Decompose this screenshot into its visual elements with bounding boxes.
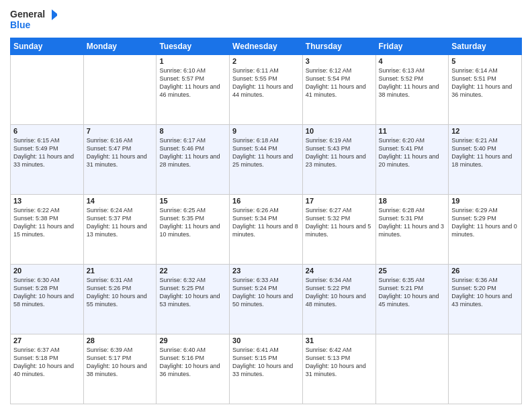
weekday-header: Tuesday — [157, 38, 230, 55]
calendar-cell: 24Sunrise: 6:34 AM Sunset: 5:22 PM Dayli… — [302, 265, 375, 334]
weekday-header: Sunday — [11, 38, 84, 55]
day-number: 15 — [159, 197, 226, 205]
cell-content: Sunrise: 6:34 AM Sunset: 5:22 PM Dayligh… — [306, 276, 373, 309]
calendar-cell: 2Sunrise: 6:11 AM Sunset: 5:55 PM Daylig… — [230, 55, 303, 125]
day-number: 30 — [232, 336, 300, 345]
calendar-cell: 20Sunrise: 6:30 AM Sunset: 5:28 PM Dayli… — [11, 265, 84, 334]
day-number: 26 — [451, 267, 519, 275]
day-number: 3 — [306, 57, 373, 65]
cell-content: Sunrise: 6:32 AM Sunset: 5:25 PM Dayligh… — [159, 276, 226, 309]
day-number: 20 — [13, 267, 81, 275]
calendar-cell: 11Sunrise: 6:20 AM Sunset: 5:41 PM Dayli… — [375, 125, 449, 195]
calendar-cell — [375, 334, 449, 404]
cell-content: Sunrise: 6:12 AM Sunset: 5:54 PM Dayligh… — [306, 66, 373, 99]
calendar-week-row: 20Sunrise: 6:30 AM Sunset: 5:28 PM Dayli… — [11, 265, 522, 334]
calendar-header-row: SundayMondayTuesdayWednesdayThursdayFrid… — [11, 38, 522, 55]
calendar-cell: 4Sunrise: 6:13 AM Sunset: 5:52 PM Daylig… — [375, 55, 449, 125]
day-number: 31 — [306, 336, 373, 345]
calendar-week-row: 1Sunrise: 6:10 AM Sunset: 5:57 PM Daylig… — [11, 55, 522, 125]
cell-content: Sunrise: 6:37 AM Sunset: 5:18 PM Dayligh… — [13, 346, 81, 379]
calendar-cell: 10Sunrise: 6:19 AM Sunset: 5:43 PM Dayli… — [302, 125, 375, 195]
calendar-cell: 13Sunrise: 6:22 AM Sunset: 5:38 PM Dayli… — [11, 195, 84, 265]
cell-content: Sunrise: 6:25 AM Sunset: 5:35 PM Dayligh… — [159, 206, 226, 239]
calendar-cell: 14Sunrise: 6:24 AM Sunset: 5:37 PM Dayli… — [83, 195, 157, 265]
day-number: 5 — [451, 57, 519, 65]
cell-content: Sunrise: 6:14 AM Sunset: 5:51 PM Dayligh… — [451, 66, 519, 99]
calendar-cell: 5Sunrise: 6:14 AM Sunset: 5:51 PM Daylig… — [449, 55, 522, 125]
cell-content: Sunrise: 6:15 AM Sunset: 5:49 PM Dayligh… — [13, 136, 81, 169]
day-number: 2 — [232, 57, 300, 65]
day-number: 7 — [87, 127, 154, 135]
header: General Blue — [10, 7, 522, 34]
cell-content: Sunrise: 6:10 AM Sunset: 5:57 PM Dayligh… — [159, 66, 226, 99]
day-number: 10 — [306, 127, 373, 135]
cell-content: Sunrise: 6:18 AM Sunset: 5:44 PM Dayligh… — [232, 136, 300, 169]
day-number: 21 — [87, 267, 154, 275]
cell-content: Sunrise: 6:28 AM Sunset: 5:31 PM Dayligh… — [379, 206, 446, 239]
day-number: 11 — [379, 127, 446, 135]
weekday-header: Thursday — [302, 38, 375, 55]
day-number: 4 — [379, 57, 446, 65]
weekday-header: Wednesday — [230, 38, 303, 55]
cell-content: Sunrise: 6:29 AM Sunset: 5:29 PM Dayligh… — [451, 206, 519, 239]
day-number: 14 — [87, 197, 154, 205]
cell-content: Sunrise: 6:33 AM Sunset: 5:24 PM Dayligh… — [232, 276, 300, 309]
day-number: 17 — [306, 197, 373, 205]
page: General Blue SundayMondayTuesdayWednesda… — [0, 0, 532, 411]
calendar-cell: 26Sunrise: 6:36 AM Sunset: 5:20 PM Dayli… — [449, 265, 522, 334]
cell-content: Sunrise: 6:21 AM Sunset: 5:40 PM Dayligh… — [451, 136, 519, 169]
cell-content: Sunrise: 6:24 AM Sunset: 5:37 PM Dayligh… — [87, 206, 154, 239]
weekday-header: Monday — [83, 38, 157, 55]
day-number: 6 — [13, 127, 81, 135]
svg-marker-2 — [52, 9, 57, 20]
calendar-cell: 12Sunrise: 6:21 AM Sunset: 5:40 PM Dayli… — [449, 125, 522, 195]
cell-content: Sunrise: 6:17 AM Sunset: 5:46 PM Dayligh… — [159, 136, 226, 169]
cell-content: Sunrise: 6:20 AM Sunset: 5:41 PM Dayligh… — [379, 136, 446, 169]
calendar-cell: 16Sunrise: 6:26 AM Sunset: 5:34 PM Dayli… — [230, 195, 303, 265]
cell-content: Sunrise: 6:16 AM Sunset: 5:47 PM Dayligh… — [87, 136, 154, 169]
calendar-cell: 25Sunrise: 6:35 AM Sunset: 5:21 PM Dayli… — [375, 265, 449, 334]
calendar-cell: 19Sunrise: 6:29 AM Sunset: 5:29 PM Dayli… — [449, 195, 522, 265]
calendar-cell: 28Sunrise: 6:39 AM Sunset: 5:17 PM Dayli… — [83, 334, 157, 404]
svg-text:Blue: Blue — [10, 19, 31, 30]
cell-content: Sunrise: 6:41 AM Sunset: 5:15 PM Dayligh… — [232, 346, 300, 379]
cell-content: Sunrise: 6:42 AM Sunset: 5:13 PM Dayligh… — [306, 346, 373, 379]
calendar-week-row: 13Sunrise: 6:22 AM Sunset: 5:38 PM Dayli… — [11, 195, 522, 265]
calendar-cell: 15Sunrise: 6:25 AM Sunset: 5:35 PM Dayli… — [157, 195, 230, 265]
calendar-cell: 27Sunrise: 6:37 AM Sunset: 5:18 PM Dayli… — [11, 334, 84, 404]
weekday-header: Friday — [375, 38, 449, 55]
day-number: 8 — [159, 127, 226, 135]
cell-content: Sunrise: 6:36 AM Sunset: 5:20 PM Dayligh… — [451, 276, 519, 309]
day-number: 25 — [379, 267, 446, 275]
cell-content: Sunrise: 6:11 AM Sunset: 5:55 PM Dayligh… — [232, 66, 300, 99]
cell-content: Sunrise: 6:40 AM Sunset: 5:16 PM Dayligh… — [159, 346, 226, 379]
day-number: 16 — [232, 197, 300, 205]
calendar-cell: 22Sunrise: 6:32 AM Sunset: 5:25 PM Dayli… — [157, 265, 230, 334]
calendar-cell — [83, 55, 157, 125]
calendar-cell — [11, 55, 84, 125]
calendar-week-row: 27Sunrise: 6:37 AM Sunset: 5:18 PM Dayli… — [11, 334, 522, 404]
calendar-cell: 23Sunrise: 6:33 AM Sunset: 5:24 PM Dayli… — [230, 265, 303, 334]
calendar-cell: 29Sunrise: 6:40 AM Sunset: 5:16 PM Dayli… — [157, 334, 230, 404]
cell-content: Sunrise: 6:31 AM Sunset: 5:26 PM Dayligh… — [87, 276, 154, 309]
svg-text:General: General — [10, 9, 45, 19]
cell-content: Sunrise: 6:22 AM Sunset: 5:38 PM Dayligh… — [13, 206, 81, 239]
day-number: 22 — [159, 267, 226, 275]
calendar-cell: 7Sunrise: 6:16 AM Sunset: 5:47 PM Daylig… — [83, 125, 157, 195]
day-number: 28 — [87, 336, 154, 345]
day-number: 29 — [159, 336, 226, 345]
logo-svg: General Blue — [10, 7, 57, 34]
day-number: 9 — [232, 127, 300, 135]
cell-content: Sunrise: 6:13 AM Sunset: 5:52 PM Dayligh… — [379, 66, 446, 99]
cell-content: Sunrise: 6:35 AM Sunset: 5:21 PM Dayligh… — [379, 276, 446, 309]
cell-content: Sunrise: 6:19 AM Sunset: 5:43 PM Dayligh… — [306, 136, 373, 169]
day-number: 19 — [451, 197, 519, 205]
cell-content: Sunrise: 6:27 AM Sunset: 5:32 PM Dayligh… — [306, 206, 373, 239]
day-number: 27 — [13, 336, 81, 345]
calendar-week-row: 6Sunrise: 6:15 AM Sunset: 5:49 PM Daylig… — [11, 125, 522, 195]
logo: General Blue — [10, 7, 57, 34]
calendar-cell: 18Sunrise: 6:28 AM Sunset: 5:31 PM Dayli… — [375, 195, 449, 265]
cell-content: Sunrise: 6:30 AM Sunset: 5:28 PM Dayligh… — [13, 276, 81, 309]
cell-content: Sunrise: 6:39 AM Sunset: 5:17 PM Dayligh… — [87, 346, 154, 379]
day-number: 23 — [232, 267, 300, 275]
